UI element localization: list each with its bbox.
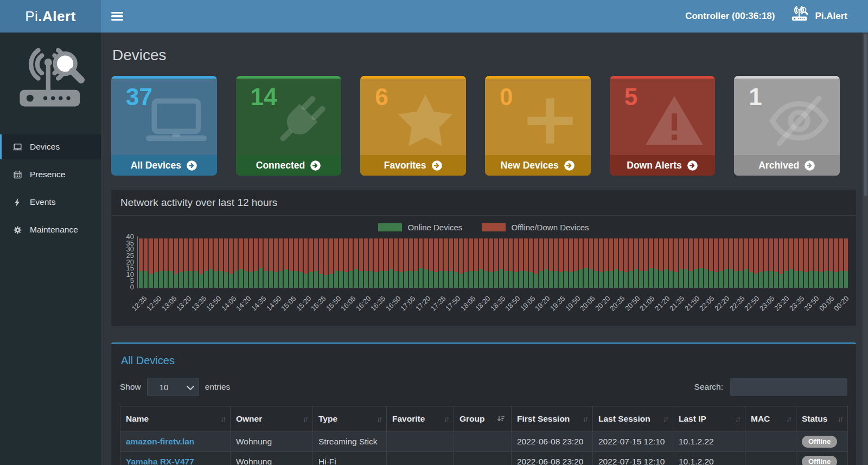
arrow-circle-icon	[804, 160, 815, 171]
chart-bar	[279, 238, 283, 288]
column-header-first-session[interactable]: First Session↓↑	[512, 406, 593, 432]
sidebar-item-presence[interactable]: Presence	[0, 162, 101, 187]
chart-bar	[574, 238, 578, 288]
search-input[interactable]	[730, 378, 847, 396]
main-content: Devices 37All Devices14Connected6Favorit…	[101, 33, 863, 465]
column-header-status[interactable]: Status↓↑	[796, 406, 848, 432]
x-tick-label: 14:50	[265, 294, 283, 313]
column-header-last-ip[interactable]: Last IP↓↑	[673, 406, 745, 432]
chart-bar	[449, 238, 453, 288]
sidebar-item-events[interactable]: Events	[0, 190, 101, 215]
chart-bar	[399, 238, 403, 288]
chart-bar	[289, 238, 293, 288]
arrow-circle-icon	[431, 160, 443, 171]
chart-bar	[844, 238, 848, 288]
chart-bar	[344, 238, 348, 288]
chart-bar	[459, 238, 463, 288]
chart-bar	[259, 238, 263, 288]
app-chip[interactable]: Pi.Alert	[790, 6, 847, 27]
x-tick-label: 21:35	[668, 294, 686, 313]
sidebar: DevicesPresenceEventsMaintenance	[0, 33, 101, 465]
sidebar-toggle-icon[interactable]	[111, 10, 123, 23]
eye-slash-icon	[766, 88, 832, 154]
chart-bar	[364, 238, 368, 288]
device-name-link[interactable]: Yamaha RX-V477	[126, 457, 194, 465]
cell-last_ip: 10.1.2.20	[673, 452, 745, 465]
chart-bar	[444, 238, 448, 288]
x-tick-label: 20:50	[623, 294, 642, 313]
x-tick-label: 16:05	[339, 294, 358, 313]
legend-label: Online Devices	[407, 223, 462, 232]
card-down-alerts[interactable]: 5Down Alerts	[610, 76, 716, 176]
card-footer-link[interactable]: Favorites	[360, 155, 466, 176]
brand-prefix: Pi	[25, 8, 38, 25]
controller-status: Controller (00:36:18)	[685, 11, 775, 22]
chart-bar	[269, 238, 273, 288]
chart-bar	[629, 238, 633, 288]
chart-bar	[199, 238, 203, 288]
page-scrollbar[interactable]	[863, 33, 868, 465]
laptop-icon	[12, 142, 23, 152]
column-header-group[interactable]: Group	[454, 406, 512, 432]
x-tick-label: 21:20	[653, 294, 672, 313]
device-name-link[interactable]: amazon-firetv.lan	[126, 437, 194, 446]
card-footer-link[interactable]: New Devices	[485, 155, 591, 176]
search-control: Search:	[694, 378, 847, 396]
x-tick-label: 17:20	[414, 294, 432, 313]
card-new-devices[interactable]: 0New Devices	[485, 76, 591, 176]
card-connected[interactable]: 14Connected	[236, 76, 342, 176]
gear-icon	[12, 225, 23, 235]
chart-bar	[554, 238, 558, 288]
card-archived[interactable]: 1Archived	[734, 76, 840, 176]
chart-bar	[179, 238, 183, 288]
chart-bar	[589, 238, 593, 288]
column-label: Last Session	[598, 414, 650, 424]
column-header-type[interactable]: Type↓↑	[313, 406, 387, 432]
chart-x-axis: 12:3512:5013:0513:2013:3513:5014:0514:20…	[140, 289, 847, 323]
chart-bar	[809, 238, 813, 288]
chart-bar	[414, 238, 418, 288]
sidebar-item-devices[interactable]: Devices	[0, 134, 101, 159]
scrollbar-thumb[interactable]	[864, 34, 867, 196]
chart-bar	[264, 238, 267, 288]
search-label: Search:	[694, 382, 723, 392]
chart-bar	[154, 238, 158, 288]
table-controls: Show 10 entries Search:	[120, 378, 847, 396]
brand-logo[interactable]: Pi.Alert	[0, 0, 101, 33]
chart-bar	[739, 238, 743, 288]
x-tick-label: 22:50	[743, 294, 761, 313]
chart-bar	[174, 238, 178, 288]
page-length-select[interactable]: 10	[147, 378, 199, 396]
chart-bar	[599, 238, 603, 288]
summary-cards: 37All Devices14Connected6Favorites0New D…	[111, 76, 856, 176]
chart-bar	[374, 238, 378, 288]
card-label: Favorites	[384, 160, 426, 171]
column-label: Status	[802, 414, 827, 424]
card-favorites[interactable]: 6Favorites	[360, 76, 466, 176]
laptop-icon	[143, 88, 209, 154]
cell-last_session: 2022-07-15 12:10	[593, 452, 673, 465]
column-header-last-session[interactable]: Last Session↓↑	[593, 406, 673, 432]
star-icon	[392, 88, 458, 154]
warning-icon	[641, 88, 707, 154]
chart-bar	[219, 238, 223, 288]
chart-bar	[419, 238, 423, 288]
column-header-name[interactable]: Name↓↑	[120, 406, 231, 432]
card-all-devices[interactable]: 37All Devices	[111, 76, 217, 176]
column-header-favorite[interactable]: Favorite↓↑	[387, 406, 454, 432]
x-tick-label: 16:20	[354, 294, 373, 313]
column-header-mac[interactable]: MAC↓↑	[745, 406, 796, 432]
chart-bar	[189, 238, 193, 288]
chart-bar	[159, 238, 163, 288]
sidebar-item-maintenance[interactable]: Maintenance	[0, 217, 101, 242]
pialert-router-logo	[0, 33, 101, 130]
card-footer-link[interactable]: Down Alerts	[610, 155, 716, 176]
devices-table-body: amazon-firetv.lanWohnungStreaming Stick2…	[120, 432, 848, 465]
legend-swatch	[482, 223, 506, 231]
x-tick-label: 15:35	[309, 294, 328, 313]
card-footer-link[interactable]: All Devices	[111, 155, 217, 176]
chart-bar	[654, 238, 658, 288]
column-header-owner[interactable]: Owner↓↑	[231, 406, 313, 432]
card-footer-link[interactable]: Archived	[734, 155, 840, 176]
card-footer-link[interactable]: Connected	[236, 155, 342, 176]
